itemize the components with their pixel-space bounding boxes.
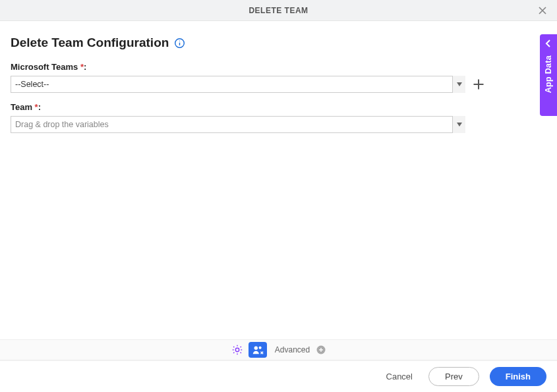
- field-team: Team *:: [11, 102, 546, 133]
- add-connection-button[interactable]: [472, 78, 485, 91]
- page-title: Delete Team Configuration: [11, 36, 169, 50]
- chevron-down-icon[interactable]: [452, 116, 465, 133]
- microsoft-teams-select-input[interactable]: [11, 76, 465, 93]
- team-variable-input[interactable]: [11, 116, 465, 133]
- dialog-content: Delete Team Configuration Microsoft Team…: [0, 21, 557, 133]
- dialog-header: DELETE TEAM: [0, 0, 557, 21]
- gear-icon[interactable]: [231, 344, 243, 356]
- info-icon[interactable]: [174, 38, 185, 49]
- microsoft-teams-select[interactable]: [11, 76, 465, 93]
- svg-point-4: [179, 40, 180, 41]
- svg-point-11: [258, 347, 261, 349]
- team-label: Team *:: [11, 102, 546, 112]
- svg-marker-5: [457, 82, 462, 86]
- page-title-row: Delete Team Configuration: [11, 36, 546, 50]
- chevron-down-icon[interactable]: [452, 76, 465, 93]
- footer-toolbar: Advanced: [0, 339, 557, 360]
- svg-point-10: [254, 347, 257, 350]
- advanced-label: Advanced: [275, 345, 310, 354]
- app-data-label: App Data: [544, 55, 553, 93]
- field-microsoft-teams: Microsoft Teams *:: [11, 62, 546, 93]
- prev-button[interactable]: Prev: [428, 367, 479, 386]
- delete-team-action-icon[interactable]: [249, 342, 267, 358]
- cancel-button[interactable]: Cancel: [381, 368, 418, 385]
- chevron-left-icon: [544, 40, 552, 47]
- microsoft-teams-label: Microsoft Teams *:: [11, 62, 546, 72]
- svg-point-9: [235, 348, 239, 351]
- action-buttons: Cancel Prev Finish: [0, 360, 557, 392]
- required-marker: *: [35, 102, 38, 112]
- team-variable-input-wrap[interactable]: [11, 116, 465, 133]
- svg-marker-8: [457, 123, 462, 126]
- app-data-panel-toggle[interactable]: App Data: [540, 34, 557, 116]
- team-label-text: Team: [11, 102, 35, 112]
- finish-button[interactable]: Finish: [490, 367, 546, 386]
- plus-circle-icon[interactable]: [316, 345, 326, 354]
- microsoft-teams-label-text: Microsoft Teams: [11, 62, 80, 72]
- close-icon[interactable]: [537, 5, 548, 16]
- dialog-title: DELETE TEAM: [249, 6, 308, 15]
- required-marker: *: [80, 62, 84, 72]
